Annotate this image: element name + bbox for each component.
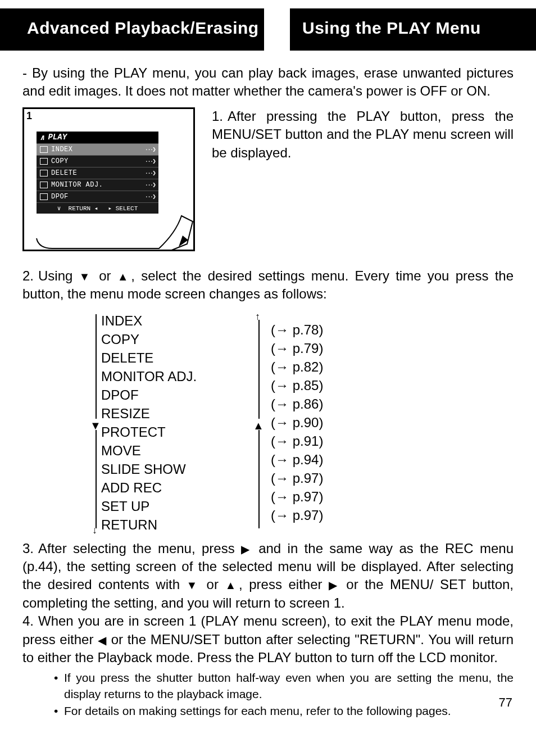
note-item: If you press the shutter button half-way… <box>54 670 514 702</box>
menu-list: ▼ ↓ INDEX COPY DELETE MONITOR ADJ. DPOF … <box>90 311 514 534</box>
page-ref: p.78 <box>271 320 323 339</box>
step-number: 3. <box>22 540 38 558</box>
step-number: 4. <box>22 612 38 630</box>
menu-item: MOVE <box>101 441 253 460</box>
menu-item: SLIDE SHOW <box>101 460 253 478</box>
lcd-illustration: 1 ∧ PLAY INDEX···❯ COPY···❯ DELETE···❯ M… <box>22 107 195 251</box>
step-4: 4.When you are in screen 1 (PLAY menu sc… <box>22 612 514 667</box>
triangle-right-icon: ▶ <box>241 543 252 555</box>
submenu-arrow-icon: ···❯ <box>145 193 155 200</box>
step-number: 1. <box>212 107 228 125</box>
copy-icon <box>40 158 48 165</box>
menu-item: DPOF <box>101 386 253 404</box>
page-header: Advanced Playback/Erasing Using the PLAY… <box>0 8 536 51</box>
note-item: For details on making settings for each … <box>54 703 514 719</box>
triangle-left-icon: ◀ <box>98 634 107 646</box>
step-1: 1.After pressing the PLAY button, press … <box>212 107 514 162</box>
intro-paragraph: By using the PLAY menu, you can play bac… <box>22 64 514 101</box>
lcd-menu-row-dpof: DPOF···❯ <box>37 191 158 202</box>
triangle-down-icon: ▼ <box>79 270 93 283</box>
menu-item: RESIZE <box>101 404 253 423</box>
submenu-arrow-icon: ···❯ <box>145 169 155 176</box>
header-gap <box>264 8 290 51</box>
chevron-up-icon: ∧ <box>40 133 44 142</box>
down-scroll-indicator: ▼ ↓ <box>90 312 101 533</box>
triangle-down-icon: ▼ <box>186 579 200 591</box>
submenu-arrow-icon: ···❯ <box>145 181 155 188</box>
menu-item: RETURN <box>101 515 253 534</box>
trash-icon <box>40 170 48 176</box>
lcd-menu-row-copy: COPY···❯ <box>37 155 158 167</box>
monitor-icon <box>40 182 48 188</box>
lcd-number: 1 <box>26 110 32 122</box>
menu-names-column: INDEX COPY DELETE MONITOR ADJ. DPOF RESI… <box>101 311 253 534</box>
notes-list: If you press the shutter button half-way… <box>54 670 514 719</box>
arrow-down-icon: ↓ <box>92 524 97 536</box>
grid-icon <box>40 146 48 153</box>
chevron-down-icon: ∨ <box>57 205 61 212</box>
step-2: 2.Using ▼ or ▲, select the desired setti… <box>22 267 514 304</box>
step-text: After pressing the PLAY button, press th… <box>212 108 514 160</box>
triangle-left-icon: ◂ <box>94 205 98 212</box>
lcd-menu-row-index: INDEX···❯ <box>37 143 158 155</box>
triangle-up-icon: ▲ <box>225 579 239 591</box>
triangle-right-icon: ▶ <box>329 579 340 591</box>
lcd-menu-title: PLAY <box>48 133 67 142</box>
menu-item: ADD REC <box>101 478 253 497</box>
page-ref: p.85 <box>271 376 323 395</box>
page-ref: p.97 <box>271 469 323 487</box>
lcd-menu-row-monitor: MONITOR ADJ.···❯ <box>37 179 158 191</box>
dpof-icon <box>40 193 48 200</box>
step-number: 2. <box>22 267 38 285</box>
menu-item: PROTECT <box>101 423 253 441</box>
submenu-arrow-icon: ···❯ <box>145 146 155 153</box>
menu-item: INDEX <box>101 311 253 330</box>
triangle-right-icon: ▸ <box>108 205 112 212</box>
lcd-menu-row-delete: DELETE···❯ <box>37 167 158 179</box>
page-ref: p.91 <box>271 432 323 450</box>
page-ref: p.82 <box>271 357 323 376</box>
menu-item: COPY <box>101 330 253 348</box>
lcd-menu-title-row: ∧ PLAY <box>37 132 158 143</box>
submenu-arrow-icon: ···❯ <box>145 157 155 165</box>
lcd-menu-footer: ∨ RETURN ◂ ▸ SELECT <box>37 202 158 214</box>
page-ref: p.97 <box>271 487 323 506</box>
header-page-title: Using the PLAY Menu <box>290 8 536 51</box>
lcd-menu: ∧ PLAY INDEX···❯ COPY···❯ DELETE···❯ MON… <box>37 132 158 214</box>
menu-item: MONITOR ADJ. <box>101 367 253 386</box>
menu-item: SET UP <box>101 497 253 515</box>
up-scroll-indicator: ↑ ▲ <box>253 312 271 533</box>
menu-item: DELETE <box>101 348 253 367</box>
page-ref: p.94 <box>271 450 323 469</box>
menu-refs-column: p.78 p.79 p.82 p.85 p.86 p.90 p.91 p.94 … <box>271 320 323 524</box>
step-3: 3.After selecting the menu, press ▶ and … <box>22 540 514 613</box>
triangle-up-icon: ▲ <box>117 270 131 283</box>
page-ref: p.86 <box>271 395 323 413</box>
page-ref: p.90 <box>271 413 323 432</box>
page-number: 77 <box>499 695 512 710</box>
header-section-title: Advanced Playback/Erasing <box>0 8 264 51</box>
page-ref: p.79 <box>271 339 323 357</box>
page-ref: p.97 <box>271 506 323 524</box>
